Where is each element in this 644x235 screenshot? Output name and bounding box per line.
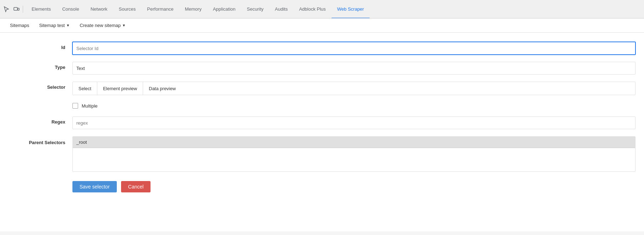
tab-memory[interactable]: Memory <box>179 0 207 18</box>
regex-label: Regex <box>9 116 72 125</box>
svg-rect-0 <box>14 7 17 10</box>
id-input-wrapper <box>72 42 635 55</box>
parent-selector-item[interactable]: _root <box>73 137 635 148</box>
tab-webscraper[interactable]: Web Scraper <box>332 0 370 18</box>
type-value-wrapper: Text <box>72 62 635 75</box>
tab-adblock[interactable]: Adblock Plus <box>293 0 331 18</box>
parent-selectors-box: _root <box>72 136 635 172</box>
form-container: Id Type Text Selector Select Element pre… <box>0 33 644 231</box>
tab-performance[interactable]: Performance <box>141 0 179 18</box>
tab-audits[interactable]: Audits <box>269 0 293 18</box>
device-icon[interactable] <box>13 6 20 13</box>
tab-elements[interactable]: Elements <box>26 0 56 18</box>
multiple-label-text: Multiple <box>82 103 98 109</box>
sitemaps-bar: Sitemaps Sitemap test ▼ Create new sitem… <box>0 18 644 33</box>
create-sitemap-dropdown-arrow: ▼ <box>122 23 126 27</box>
sitemaps-nav-item[interactable]: Sitemaps <box>6 21 33 30</box>
id-label: Id <box>9 42 72 50</box>
save-selector-button[interactable]: Save selector <box>72 181 117 192</box>
regex-row: Regex <box>0 113 644 133</box>
form-buttons-row: Save selector Cancel <box>0 175 644 198</box>
tab-network[interactable]: Network <box>85 0 113 18</box>
selector-label: Selector <box>9 82 72 90</box>
selector-button-group: Select Element preview Data preview <box>72 82 635 95</box>
tab-sources[interactable]: Sources <box>113 0 142 18</box>
type-row: Type Text <box>0 58 644 78</box>
tab-application[interactable]: Application <box>207 0 241 18</box>
type-display[interactable]: Text <box>72 62 635 75</box>
parent-selectors-wrapper: _root <box>72 136 635 172</box>
regex-input[interactable] <box>72 116 635 129</box>
id-input[interactable] <box>72 42 635 55</box>
svg-rect-1 <box>18 8 19 10</box>
type-label: Type <box>9 62 72 70</box>
regex-input-wrapper <box>72 116 635 129</box>
tab-console[interactable]: Console <box>56 0 85 18</box>
sitemap-test-nav-item[interactable]: Sitemap test ▼ <box>35 21 74 30</box>
id-row: Id <box>0 38 644 58</box>
devtools-icon-group <box>3 6 23 13</box>
tab-security[interactable]: Security <box>241 0 269 18</box>
sitemap-test-dropdown-arrow: ▼ <box>66 23 70 27</box>
multiple-checkbox-box[interactable] <box>72 103 78 109</box>
element-preview-button[interactable]: Element preview <box>97 82 143 95</box>
cursor-icon[interactable] <box>3 6 10 13</box>
create-new-sitemap-nav-item[interactable]: Create new sitemap ▼ <box>75 21 130 30</box>
select-button[interactable]: Select <box>73 82 97 95</box>
parent-selectors-label: Parent Selectors <box>9 136 72 145</box>
selector-buttons-wrapper: Select Element preview Data preview <box>72 82 635 95</box>
cancel-button[interactable]: Cancel <box>121 181 151 192</box>
multiple-checkbox-label[interactable]: Multiple <box>72 103 98 109</box>
parent-selectors-row: Parent Selectors _root <box>0 133 644 175</box>
multiple-row: Multiple <box>0 99 644 113</box>
selector-row: Selector Select Element preview Data pre… <box>0 78 644 99</box>
devtools-tab-bar: Elements Console Network Sources Perform… <box>0 0 644 18</box>
data-preview-button[interactable]: Data preview <box>143 82 181 95</box>
